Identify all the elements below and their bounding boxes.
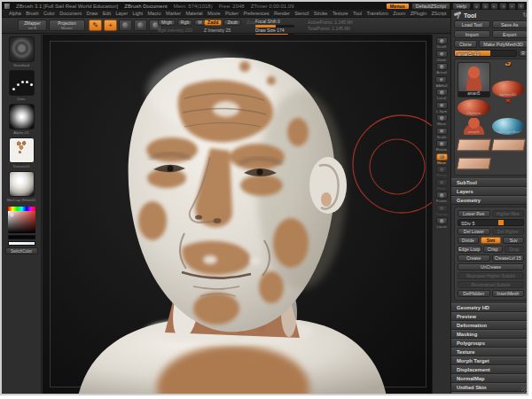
sculpted-head-model[interactable] — [43, 35, 432, 395]
right-shelf-button[interactable]: Zoom — [436, 51, 448, 62]
draw-mode-button[interactable]: + — [104, 20, 117, 31]
tool-section-header[interactable]: Deformation — [451, 321, 528, 330]
secondary-color-swatch[interactable] — [8, 241, 35, 246]
zsub-toggle[interactable]: Zsub — [223, 20, 241, 26]
menu-item[interactable]: Picker — [225, 10, 239, 17]
projection-master-button[interactable]: Projection Master — [49, 20, 85, 31]
insert-mesh-button[interactable]: InsertMesh — [492, 290, 525, 297]
menu-item[interactable]: Movie — [207, 10, 220, 17]
menu-item[interactable]: Stencil — [294, 10, 309, 17]
crease-button[interactable]: Crease — [458, 254, 490, 262]
reconstruct-button[interactable]: Reconstruct Subdiv — [458, 281, 524, 288]
tool-name-slider[interactable]: aman5: 49 — [454, 50, 517, 57]
draw-mode-button[interactable]: ✎ — [89, 20, 102, 31]
right-shelf-button[interactable]: Frame — [436, 192, 448, 203]
menu-item[interactable]: Zoom — [393, 10, 405, 17]
z-intensity-slider[interactable]: Z Intensity 25 — [204, 27, 259, 33]
menu-item[interactable]: Stroke — [314, 10, 328, 17]
help-button[interactable]: Help — [452, 3, 471, 10]
crisp-toggle[interactable]: Crisp — [483, 246, 503, 253]
menu-item[interactable]: Color — [43, 10, 55, 17]
restore-icon[interactable]: ↻ — [522, 12, 528, 19]
del-higher-button[interactable]: Del Higher — [492, 228, 525, 235]
smt-toggle[interactable]: Smt — [481, 237, 502, 244]
menu-item[interactable]: Transform — [366, 10, 387, 17]
tool-inventory-item[interactable]: Plane3D#2 — [457, 158, 491, 170]
tool-section-header[interactable]: Texture — [451, 348, 528, 356]
tool-section-header[interactable]: NormalMap — [451, 374, 528, 383]
right-shelf-button[interactable]: Rotate — [436, 140, 448, 152]
focal-shift-slider[interactable]: Focal Shift 0 — [255, 20, 294, 27]
tool-section-header[interactable]: Polygroups — [451, 339, 528, 348]
titlebar-icon-button[interactable]: ▪ — [508, 3, 516, 10]
crease-lvl-slider[interactable]: CreaseLvl 15 — [492, 254, 525, 262]
tool-inventory-item[interactable]: ZSphere — [458, 99, 490, 116]
menus-button[interactable]: Menus — [386, 3, 410, 10]
del-hidden-button[interactable]: DelHidden — [458, 290, 490, 297]
tool-section-header[interactable]: Masking — [451, 330, 528, 339]
resize-grip[interactable] — [521, 387, 528, 395]
tool-inventory-item[interactable]: SimpleBrush — [492, 62, 525, 79]
menu-item[interactable]: Marker — [166, 10, 181, 17]
reproject-button[interactable]: Reproject Higher Subdiv — [458, 272, 524, 279]
right-shelf-button[interactable]: Move — [436, 153, 448, 165]
default-zscript-button[interactable]: DefaultZScript — [411, 3, 450, 10]
right-shelf-button[interactable]: Floor — [436, 179, 448, 191]
section-geometry[interactable]: Geometry — [451, 196, 528, 205]
menu-item[interactable]: Draw — [87, 10, 98, 17]
right-shelf-button[interactable]: Transp — [436, 205, 448, 216]
right-shelf-button[interactable]: AAHalf — [435, 76, 447, 88]
make-polymesh-button[interactable]: Make PolyMesh3D — [479, 40, 528, 48]
drop-toggle[interactable]: Drop — [505, 246, 524, 253]
current-tool-thumbnail[interactable]: aman5 — [458, 62, 490, 98]
rgb-intensity-slider[interactable]: Rgb Intensity 100 — [158, 27, 206, 33]
menu-item[interactable]: ZPlugin — [411, 10, 426, 17]
tool-inventory-item[interactable]: Plane3D — [457, 139, 491, 152]
document-canvas[interactable] — [43, 35, 432, 395]
current-alpha-thumbnail[interactable] — [9, 104, 35, 129]
menu-item[interactable]: Document — [59, 10, 82, 17]
sdiv-slider[interactable]: SDiv 5 — [458, 219, 524, 226]
main-color-swatch[interactable] — [8, 235, 35, 239]
edge-loop-button[interactable]: Edge Loop — [458, 246, 481, 253]
mrgb-toggle[interactable]: Mrgb — [158, 20, 176, 26]
suv-toggle[interactable]: Suv — [503, 237, 524, 244]
zadd-toggle[interactable]: Zadd — [204, 20, 222, 26]
titlebar-icon-button[interactable]: ◐ — [490, 3, 498, 10]
menu-item[interactable]: Macro — [148, 10, 161, 17]
titlebar-icon-button[interactable]: » — [481, 3, 489, 10]
divide-button[interactable]: Divide — [458, 237, 479, 244]
saturation-value-square[interactable] — [8, 211, 35, 233]
right-shelf-button[interactable]: Actual — [436, 63, 448, 74]
tool-section-header[interactable]: Preview — [451, 312, 528, 321]
right-shelf-button[interactable]: Persp — [436, 166, 448, 177]
menu-item[interactable]: Material — [185, 10, 202, 17]
menu-item[interactable]: Alpha — [9, 10, 21, 17]
right-shelf-button[interactable]: L.Sym — [436, 102, 448, 113]
uncrease-button[interactable]: UnCrease — [458, 263, 524, 270]
current-stroke-thumbnail[interactable] — [9, 70, 35, 96]
menu-item[interactable]: Preferences — [243, 10, 269, 17]
tool-section-header[interactable]: Displacement — [451, 365, 528, 374]
tool-palette-header[interactable]: Tool ↻ — [454, 10, 528, 20]
right-shelf-button[interactable]: Scale — [436, 128, 448, 139]
zmapper-button[interactable]: ZMapper ver:E — [18, 20, 47, 31]
titlebar-icon-button[interactable]: ◑ — [499, 3, 507, 10]
tool-inventory-item[interactable]: SingleLayerBrush — [492, 118, 525, 135]
tool-section-header[interactable]: Morph Target — [451, 356, 528, 365]
tool-section-header[interactable]: Display Properties — [451, 392, 528, 395]
current-material-thumbnail[interactable] — [9, 171, 35, 197]
tool-section-header[interactable]: SubTool — [451, 178, 528, 187]
switch-color-button[interactable]: SwitchColor — [5, 247, 38, 254]
higher-res-button[interactable]: Higher Res — [492, 210, 525, 217]
current-texture-thumbnail[interactable] — [9, 137, 35, 163]
del-lower-button[interactable]: Del Lower — [458, 228, 490, 235]
lower-res-button[interactable]: Lower Res — [458, 210, 490, 217]
color-picker[interactable] — [8, 207, 35, 233]
draw-mode-button[interactable] — [119, 20, 132, 31]
tool-section-header[interactable]: Geometry HD — [451, 303, 528, 312]
restore-config-button[interactable]: R — [519, 50, 528, 57]
menu-item[interactable]: Brush — [26, 10, 38, 17]
right-shelf-button[interactable]: Scroll — [436, 37, 448, 49]
tool-section-header[interactable]: Unified Skin — [451, 383, 528, 392]
